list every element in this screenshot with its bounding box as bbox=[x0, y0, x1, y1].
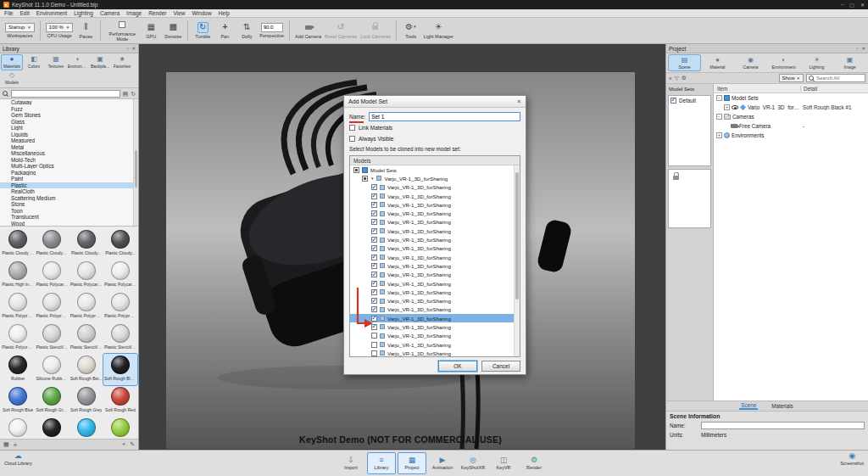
collapse-icon[interactable]: − bbox=[716, 114, 722, 120]
material-thumbnail[interactable]: Soft Rough White bbox=[1, 417, 35, 439]
category-tree-item[interactable]: Metal bbox=[0, 144, 138, 151]
model-parent-row[interactable]: ▼ Varjo_VR-1_3D_forSharing bbox=[350, 174, 520, 182]
category-tree-item[interactable]: Stone bbox=[0, 201, 138, 208]
settings-gear-icon[interactable]: ⚙ bbox=[682, 75, 687, 81]
material-thumbnail[interactable]: Soft Rough Bei... bbox=[70, 354, 103, 385]
model-checkbox[interactable]: ✓ bbox=[371, 255, 377, 260]
float-panel-icon[interactable]: ▫ bbox=[856, 46, 858, 51]
dialog-close-icon[interactable]: ✕ bbox=[517, 98, 521, 105]
dialog-model-row[interactable]: ✓ Varjo_VR-1_3D_forSharing bbox=[350, 235, 520, 244]
model-checkbox[interactable]: ✓ bbox=[371, 342, 377, 348]
lock-cameras-button[interactable]: Lock Cameras bbox=[360, 22, 390, 39]
tree-row-free-camera[interactable]: Free Camera - bbox=[714, 121, 868, 131]
reset-cameras-button[interactable]: ↺ Reset Cameras bbox=[325, 22, 357, 39]
tab-materials[interactable]: ●Materials bbox=[1, 54, 23, 70]
material-thumbnail[interactable]: Plastic Polypropyl... bbox=[70, 291, 103, 322]
pause-button[interactable]: ‖ Pause bbox=[76, 22, 95, 39]
menu-item[interactable]: Help bbox=[219, 10, 230, 16]
dialog-titlebar[interactable]: Add Model Set ✕ bbox=[344, 96, 526, 108]
material-thumbnail[interactable]: Plastic Cloudy... bbox=[103, 228, 137, 260]
funnel-filter-icon[interactable]: ▽ bbox=[675, 75, 679, 81]
refresh-icon[interactable]: ↻ bbox=[131, 91, 136, 97]
dialog-model-row[interactable]: ✓ Varjo_VR-1_3D_forSharing bbox=[350, 200, 520, 209]
material-thumbnail[interactable]: Plastic Polypropyl... bbox=[35, 291, 69, 322]
default-checkbox[interactable]: ✓ bbox=[670, 98, 676, 104]
tab-lighting[interactable]: ☀Lighting bbox=[800, 54, 833, 71]
tab-environment[interactable]: ◐Environment bbox=[767, 54, 800, 71]
filter-icon[interactable]: ▤ bbox=[123, 91, 129, 97]
material-thumbnail[interactable]: Soft Shiny Blue bbox=[70, 417, 103, 439]
category-tree-item[interactable]: Liquids bbox=[0, 132, 138, 138]
dock-item-animation[interactable]: ▶Animation bbox=[428, 452, 457, 474]
model-set-name-input[interactable] bbox=[369, 112, 520, 121]
menu-item[interactable]: Render bbox=[148, 10, 166, 16]
material-thumbnail[interactable]: Soft Shiny Black bbox=[35, 417, 69, 439]
minimize-icon[interactable]: – bbox=[841, 2, 843, 8]
model-checkbox[interactable]: ✓ bbox=[371, 228, 377, 234]
category-tree-item[interactable]: Toon bbox=[0, 208, 138, 215]
model-checkbox[interactable]: ✓ bbox=[371, 245, 377, 251]
ok-button[interactable]: OK bbox=[438, 361, 477, 372]
dock-item-library[interactable]: ≡Library bbox=[367, 452, 396, 474]
material-thumbnail[interactable]: Soft Rough Red bbox=[103, 385, 137, 417]
dock-item-render[interactable]: ⚙Render bbox=[520, 452, 548, 474]
material-thumbnail[interactable]: Plastic Stencil/Si... bbox=[103, 322, 137, 354]
performance-mode-toggle[interactable]: Performance Mode bbox=[106, 20, 138, 42]
add-camera-button[interactable]: Add Camera bbox=[295, 22, 321, 39]
library-search-input[interactable] bbox=[11, 90, 120, 98]
material-thumbnail[interactable]: Plastic Polycarbo... bbox=[35, 260, 69, 291]
material-thumbnail[interactable]: Plastic Polyureth... bbox=[1, 322, 35, 354]
link-materials-option[interactable]: Link Materials bbox=[349, 122, 520, 132]
material-thumbnail[interactable]: Plastic Polycarbo... bbox=[70, 260, 103, 291]
category-tree-item[interactable]: Fuzz bbox=[0, 106, 138, 113]
cloud-library-button[interactable]: ☁ Cloud Library bbox=[4, 452, 32, 466]
menu-item[interactable]: View bbox=[174, 10, 186, 16]
category-tree-item[interactable]: Light bbox=[0, 125, 138, 132]
model-checkbox[interactable]: ✓ bbox=[371, 193, 377, 199]
close-icon[interactable]: ✕ bbox=[860, 2, 865, 8]
visibility-eye-icon[interactable] bbox=[732, 105, 738, 109]
cpu-usage-dropdown[interactable]: 100 %▼ CPU Usage bbox=[46, 23, 73, 38]
tab-scene[interactable]: ▤Scene bbox=[668, 54, 701, 71]
tree-scrollbar[interactable] bbox=[133, 99, 138, 226]
close-panel-icon[interactable]: ✕ bbox=[131, 46, 136, 51]
denoise-button[interactable]: ▩ Denoise bbox=[164, 22, 182, 39]
pan-tool-button[interactable]: + Pan bbox=[215, 22, 234, 39]
scene-name-input[interactable] bbox=[701, 422, 865, 429]
workspaces-dropdown[interactable]: Startup▼ Workspaces bbox=[5, 23, 35, 38]
maximize-icon[interactable]: ▢ bbox=[849, 2, 854, 8]
screenshot-button[interactable]: ◉ Screenshot bbox=[840, 452, 864, 466]
expand-icon[interactable]: + bbox=[716, 132, 722, 138]
material-thumbnail[interactable]: Plastic Cloudy... bbox=[70, 228, 103, 260]
models-list-scrollbar[interactable] bbox=[514, 165, 520, 356]
close-panel-icon[interactable]: ✕ bbox=[861, 46, 865, 51]
material-thumbnail[interactable]: Plastic Polypropyl... bbox=[103, 291, 137, 322]
dialog-model-row[interactable]: ✓ Varjo_VR-1_3D_forSharing bbox=[350, 332, 520, 340]
float-panel-icon[interactable]: ▫ bbox=[126, 46, 128, 51]
material-thumbnail[interactable]: Soft Rough Blue bbox=[1, 385, 35, 417]
category-tree-item[interactable]: Plastic bbox=[0, 182, 138, 189]
menu-item[interactable]: Lighting bbox=[74, 10, 93, 16]
expand-icon[interactable]: + bbox=[724, 104, 730, 110]
tools-dropdown[interactable]: ⚙▼ Tools bbox=[402, 22, 420, 39]
dialog-model-row[interactable]: ✓ Varjo_VR-1_3D_forSharing bbox=[350, 340, 520, 349]
tab-image[interactable]: ▣Image bbox=[833, 54, 866, 71]
category-tree-item[interactable]: Gem Stones bbox=[0, 112, 138, 119]
tab-models[interactable]: ◇Models bbox=[1, 70, 23, 87]
light-manager-button[interactable]: ☀ Light Manager bbox=[424, 22, 453, 39]
material-thumbnail[interactable]: Soft Rough Black bbox=[103, 354, 137, 385]
category-tree-item[interactable]: RealCloth bbox=[0, 188, 138, 195]
dock-item-keyshotxr[interactable]: ◎KeyShotXR bbox=[459, 452, 487, 474]
add-icon[interactable]: + bbox=[122, 441, 125, 448]
material-thumbnail[interactable]: Plastic Stencil/Si... bbox=[70, 322, 103, 354]
dialog-model-row[interactable]: ✓ Varjo_VR-1_3D_forSharing bbox=[350, 218, 520, 227]
model-checkbox[interactable]: ✓ bbox=[371, 272, 377, 277]
list-view-icon[interactable]: ≡ bbox=[14, 442, 17, 448]
collapse-icon[interactable]: − bbox=[716, 95, 722, 101]
tumble-tool-button[interactable]: ↻ Tumble bbox=[193, 22, 212, 39]
dialog-model-row[interactable]: ✓ Varjo_VR-1_3D_forSharing bbox=[350, 183, 520, 192]
edit-icon[interactable]: ✎ bbox=[130, 441, 135, 448]
category-tree-item[interactable]: Multi-Layer Optics bbox=[0, 163, 138, 170]
parent-checkbox[interactable] bbox=[362, 176, 368, 182]
model-sets-root-row[interactable]: Model Sets bbox=[350, 165, 520, 174]
